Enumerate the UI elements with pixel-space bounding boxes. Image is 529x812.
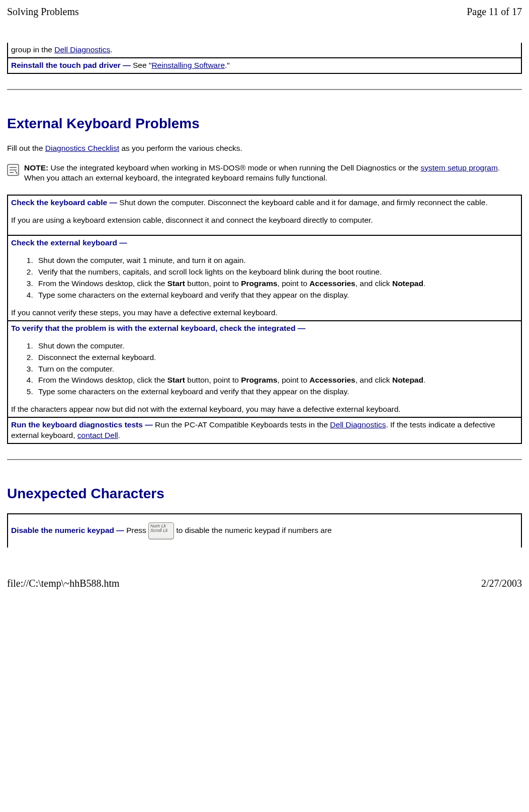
note-block: NOTE: Use the integrated keyboard when w… <box>7 163 522 184</box>
keyboard-troubleshoot-table: Check the keyboard cable — Shut down the… <box>7 195 522 444</box>
row-check-integrated: To verify that the problem is with the e… <box>8 321 521 417</box>
list-item: From the Windows desktop, click the Star… <box>35 279 518 289</box>
list-item: From the Windows desktop, click the Star… <box>35 375 518 386</box>
section-title-external-keyboard: External Keyboard Problems <box>7 114 522 133</box>
row-check-cable: Check the keyboard cable — Shut down the… <box>8 195 505 235</box>
text: , point to <box>278 279 310 288</box>
key-bottom: Scroll Lk <box>150 528 168 533</box>
bold: Notepad <box>392 376 423 384</box>
text: If you are using a keyboard extension ca… <box>11 215 502 226</box>
page-header: Solving Problems Page 11 of 17 <box>7 5 522 19</box>
text: , and click <box>356 279 392 288</box>
note-icon <box>7 164 19 176</box>
intro-paragraph: Fill out the Diagnostics Checklist as yo… <box>7 143 522 154</box>
text: group in the <box>11 45 54 54</box>
bold: Start <box>167 376 185 384</box>
text: . <box>423 376 425 384</box>
text: Use the integrated keyboard when working… <box>51 163 421 172</box>
text: ." <box>225 61 230 69</box>
cell-spacer <box>505 58 521 73</box>
bold: Notepad <box>392 279 423 288</box>
cell-spacer <box>505 514 521 548</box>
text: If you cannot verify these steps, you ma… <box>11 308 278 317</box>
list-item: Type some characters on the external key… <box>35 387 518 397</box>
touchpad-row1: group in the Dell Diagnostics. <box>8 43 505 58</box>
action-label: Reinstall the touch pad driver — <box>11 61 133 69</box>
list-item: Shut down the computer, wait 1 minute, a… <box>35 255 518 266</box>
row-run-diagnostics: Run the keyboard diagnostics tests — Run… <box>8 417 521 443</box>
unexpected-chars-table: Disable the numeric keypad — Press Num L… <box>7 513 522 548</box>
text: See " <box>133 61 151 69</box>
steps-list: Shut down the computer, wait 1 minute, a… <box>11 255 518 301</box>
link-system-setup[interactable]: system setup program <box>421 163 498 172</box>
page-footer: file://C:\temp\~hhB588.htm 2/27/2003 <box>7 577 522 590</box>
bold: Programs <box>241 376 277 384</box>
text: to disable the numeric keypad if numbers… <box>176 526 331 534</box>
text: If the characters appear now but did not… <box>11 405 401 413</box>
text: Press <box>126 526 146 534</box>
text: , point to <box>278 376 310 384</box>
text: button, point to <box>185 376 241 384</box>
text: as you perform the various checks. <box>119 144 242 152</box>
link-contact-dell[interactable]: contact Dell <box>77 431 118 439</box>
footer-date: 2/27/2003 <box>481 577 522 590</box>
text: . <box>110 45 112 54</box>
bold: Start <box>167 279 185 288</box>
bold: Accessories <box>309 279 355 288</box>
list-item: Shut down the computer. <box>35 341 518 351</box>
note-body: NOTE: Use the integrated keyboard when w… <box>24 163 522 184</box>
link-reinstalling-software[interactable]: Reinstalling Software <box>151 61 225 69</box>
divider <box>7 89 522 90</box>
action-label: To verify that the problem is with the e… <box>11 324 305 332</box>
footer-path: file://C:\temp\~hhB588.htm <box>7 577 120 590</box>
list-item: Turn on the computer. <box>35 364 518 375</box>
list-item: Verify that the numbers, capitals, and s… <box>35 267 518 278</box>
text: button, point to <box>185 279 241 288</box>
action-label: Run the keyboard diagnostics tests — <box>11 420 155 429</box>
list-item: Disconnect the external keyboard. <box>35 352 518 363</box>
action-label: Check the keyboard cable — <box>11 198 119 207</box>
numlk-key-icon: Num LkScroll Lk <box>148 522 174 539</box>
text: . <box>118 431 120 439</box>
text: Run the PC-AT Compatible Keyboards tests… <box>155 420 330 429</box>
text: , and click <box>356 376 392 384</box>
steps-list: Shut down the computer. Disconnect the e… <box>11 341 518 398</box>
text: Shut down the computer. Disconnect the k… <box>119 198 487 207</box>
header-page: Page 11 of 17 <box>467 5 522 19</box>
divider <box>7 459 522 460</box>
touchpad-table: group in the Dell Diagnostics. Reinstall… <box>7 43 522 74</box>
row-disable-keypad: Disable the numeric keypad — Press Num L… <box>8 514 505 548</box>
touchpad-row2: Reinstall the touch pad driver — See "Re… <box>8 58 505 73</box>
action-label: Disable the numeric keypad — <box>11 526 126 534</box>
text: . <box>423 279 425 288</box>
row-check-external: Check the external keyboard — Shut down … <box>8 235 521 321</box>
section-title-unexpected-chars: Unexpected Characters <box>7 484 522 503</box>
link-diagnostics-checklist[interactable]: Diagnostics Checklist <box>45 144 119 152</box>
bold: Accessories <box>309 376 355 384</box>
link-dell-diagnostics-2[interactable]: Dell Diagnostics <box>330 420 386 429</box>
header-title: Solving Problems <box>7 5 79 19</box>
text: From the Windows desktop, click the <box>38 279 167 288</box>
cell-spacer <box>505 195 521 235</box>
bold: Programs <box>241 279 277 288</box>
cell-spacer <box>505 43 521 58</box>
action-label: Check the external keyboard — <box>11 238 127 247</box>
text: From the Windows desktop, click the <box>38 376 167 384</box>
note-label: NOTE: <box>24 163 51 172</box>
link-dell-diagnostics[interactable]: Dell Diagnostics <box>54 45 110 54</box>
list-item: Type some characters on the external key… <box>35 290 518 301</box>
text: Fill out the <box>7 144 45 152</box>
